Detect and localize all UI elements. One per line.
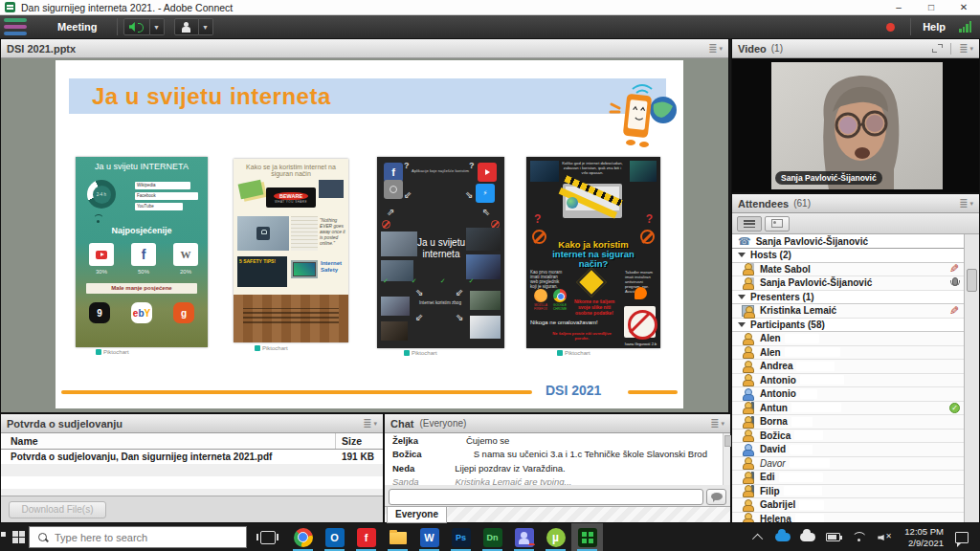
tray-expand-icon[interactable] [752, 533, 763, 543]
attendees-pod: Attendees (61) ☎ Sanja Pavlović-Šijanovi… [731, 193, 980, 523]
maximize-button[interactable]: □ [915, 0, 947, 15]
tab-everyone[interactable]: Everyone [387, 507, 447, 523]
share-pod-menu-icon[interactable] [708, 42, 723, 55]
fullscreen-icon[interactable] [932, 44, 943, 53]
battery-icon[interactable] [826, 533, 840, 541]
attendee-row[interactable]: Božica [732, 430, 964, 444]
wifi-icon[interactable] [852, 532, 866, 542]
person-icon [742, 263, 754, 275]
chat-pod-header[interactable]: Chat (Everyone) [385, 414, 730, 433]
poster-3-caption-2: Internet koristim zbog [410, 300, 471, 305]
close-button[interactable]: ✕ [947, 0, 980, 15]
onedrive-icon[interactable] [775, 533, 791, 541]
meeting-menu[interactable]: Meeting [44, 21, 111, 33]
size-column-header[interactable]: Size [342, 435, 362, 447]
title-bar[interactable]: Dan sigurnijeg interneta 2021. - Adobe C… [0, 0, 980, 15]
attendee-row[interactable]: Helena [732, 513, 964, 523]
attendee-row[interactable]: David [732, 443, 964, 457]
beware-sign: BEWARE WHAT YOU SHARE [266, 187, 316, 208]
taskbar-app-icon[interactable]: O [319, 523, 350, 551]
volume-muted-icon[interactable] [878, 532, 893, 542]
attendee-row[interactable]: Antonio [732, 387, 964, 402]
taskbar-app-icon[interactable]: f [350, 523, 382, 551]
taskbar-app-icon[interactable]: W [413, 523, 445, 551]
attendee-name: Helena [760, 514, 791, 522]
hosts-section-header[interactable]: Hosts (2) [732, 249, 964, 263]
taskbar-app-icon[interactable]: Dn [477, 523, 508, 551]
video-pod-header[interactable]: Video (1) [732, 39, 979, 58]
chat-scrollbar[interactable] [723, 433, 730, 485]
card-view-button[interactable] [765, 216, 790, 231]
speaker-button[interactable] [123, 18, 150, 35]
attendees-pod-header[interactable]: Attendees (61) [732, 194, 979, 213]
attendee-row[interactable]: Antun [732, 402, 964, 416]
piktochart-logo: Piktochart [255, 345, 288, 351]
connection-signal-icon[interactable] [959, 21, 972, 33]
search-input[interactable] [55, 532, 217, 543]
attendee-row[interactable]: Borna [732, 415, 964, 430]
facebook-icon: f [131, 243, 156, 266]
poster-3-infographic: f ? ? Aplikacije koje najčešće koristim … [377, 157, 504, 348]
attendees-scrollbar[interactable] [964, 234, 979, 522]
list-view-button[interactable] [737, 216, 762, 231]
taskbar-app-icon[interactable] [571, 523, 603, 551]
attendees-list[interactable]: Hosts (2) Mate Sabol Sanja Pavlović-Šija… [732, 249, 964, 522]
clock-date: 2/9/2021 [904, 538, 944, 548]
poster-4-red-text-2: Ne šaljem proste niti uvredljive poruke. [551, 331, 612, 341]
scrollbar-thumb[interactable] [967, 269, 977, 292]
files-pod-menu-icon[interactable] [363, 417, 377, 430]
ebay-icon: ebY [131, 302, 152, 323]
share-pod-header[interactable]: DSI 2021.pptx [1, 39, 728, 58]
help-menu[interactable]: Help [923, 21, 946, 33]
files-pod-header[interactable]: Potvrda o sudjelovanju [1, 414, 383, 433]
hosts-label: Hosts (2) [750, 250, 791, 260]
doodle-block [291, 216, 318, 251]
role-status-icon [949, 277, 959, 289]
speaker-dropdown[interactable]: ▼ [150, 18, 165, 35]
attendee-row[interactable]: Gabrijel [732, 498, 964, 513]
taskbar-app-icon[interactable] [508, 523, 540, 551]
attendees-pod-menu-icon[interactable] [959, 197, 973, 209]
attendee-row[interactable]: Antonio [732, 374, 964, 388]
taskbar-app-icon[interactable] [287, 523, 319, 551]
attendee-row[interactable]: Alen [732, 346, 964, 361]
start-button[interactable] [0, 523, 25, 551]
chat-messages[interactable]: Željka Čujemo se Božica S nama su učenic… [385, 433, 723, 485]
minimize-button[interactable]: – [882, 0, 915, 15]
mascot-phone-globe-icon [596, 81, 682, 148]
attendee-row[interactable]: Alen [732, 332, 964, 346]
action-center-icon[interactable] [955, 532, 969, 543]
attendee-name: Božica [760, 430, 791, 441]
name-column-header[interactable]: Name [11, 435, 38, 447]
participants-section-header[interactable]: Participants (58) [732, 319, 964, 333]
cloud-icon[interactable] [800, 533, 815, 541]
raise-hand-dropdown[interactable]: ▼ [199, 18, 213, 35]
attendees-toolbar [732, 213, 979, 234]
attendee-row[interactable]: Sanja Pavlović-Šijanović [732, 276, 964, 291]
person-icon [742, 444, 754, 455]
chat-input[interactable] [389, 489, 703, 505]
video-pod-menu-icon[interactable] [959, 42, 973, 55]
file-row[interactable]: Potvrda o sudjelovanju, Dan sigurnijeg i… [1, 450, 383, 464]
attendee-row[interactable]: Andrea [732, 360, 964, 374]
adobe-connect-logo [4, 18, 33, 35]
taskbar-app-icon[interactable]: µ [540, 523, 571, 551]
chat-pod-menu-icon[interactable] [710, 417, 724, 430]
attendee-row[interactable]: Filip [732, 485, 964, 499]
attendee-row[interactable]: Davor [732, 457, 964, 472]
keyboard-lock-image [237, 216, 289, 251]
raise-hand-button[interactable] [174, 18, 199, 35]
attendee-row[interactable]: Edi [732, 471, 964, 485]
presenters-section-header[interactable]: Presenters (1) [732, 291, 964, 305]
taskbar-app-icon[interactable] [382, 523, 413, 551]
taskbar-clock[interactable]: 12:05 PM 2/9/2021 [904, 526, 944, 548]
taskbar-search[interactable] [29, 526, 247, 548]
send-message-icon[interactable] [706, 489, 726, 505]
taskbar-app-icon[interactable]: Ps [445, 523, 477, 551]
active-speaker-row[interactable]: ☎ Sanja Pavlović-Šijanović [732, 234, 964, 249]
attendee-row[interactable]: Kristinka Lemaić [732, 304, 964, 319]
task-view-icon[interactable] [260, 531, 276, 544]
download-files-button[interactable]: Download File(s) [9, 501, 106, 518]
attendee-row[interactable]: Mate Sabol [732, 263, 964, 277]
piktochart-logo: Piktochart [96, 349, 129, 355]
